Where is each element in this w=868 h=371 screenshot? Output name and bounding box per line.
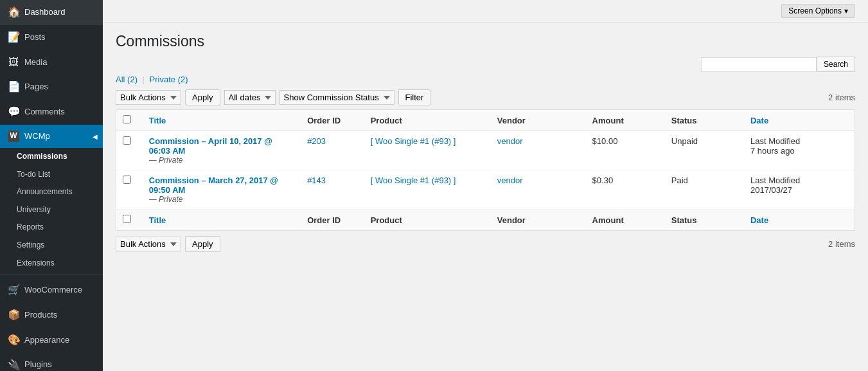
row1-vendor-link[interactable]: vendor [497,136,523,146]
items-count-bottom: 2 items [828,239,855,249]
title-sort-link[interactable]: Title [149,116,166,125]
row2-status-cell: Paid [665,170,744,210]
row2-vendor-cell: vendor [491,170,586,210]
filter-private-link[interactable]: Private (2) [150,75,188,84]
screen-options-button[interactable]: Screen Options ▾ [781,4,855,18]
table-footer-header-row: Title Order ID Product Vendor Amount Sta… [116,210,855,231]
filter-button[interactable]: Filter [398,89,431,105]
date-sort-link-bottom[interactable]: Date [750,215,768,225]
sidebar-item-media[interactable]: 🖼 Media [0,50,103,75]
row1-title-link[interactable]: Commission – April 10, 2017 @ 06:03 AM [149,136,272,156]
col-header-amount: Amount [586,110,665,131]
extensions-label: Extensions [17,258,55,269]
date-sort-link[interactable]: Date [750,116,768,125]
filter-all-link[interactable]: All (2) [116,75,140,84]
table-row: Commission – April 10, 2017 @ 06:03 AM —… [116,131,855,170]
col-footer-order: Order ID [301,210,364,231]
col-footer-title: Title [143,210,301,231]
search-input[interactable] [701,57,817,72]
sidebar-item-extensions[interactable]: Extensions [9,255,103,273]
row2-product-link[interactable]: [ Woo Single #1 (#93) ] [371,176,456,185]
sidebar-item-label: Posts [24,32,46,43]
apply-button-bottom[interactable]: Apply [185,236,220,252]
sidebar-item-settings[interactable]: Settings [9,237,103,255]
search-button[interactable]: Search [817,57,855,72]
commissions-table: Title Order ID Product Vendor Amount Sta… [116,109,855,231]
row1-order-cell: #203 [301,131,364,170]
row2-private-label: — Private [149,195,294,204]
col-header-order: Order ID [301,110,364,131]
select-all-checkbox-bottom[interactable] [123,215,131,223]
row2-title-link[interactable]: Commission – March 27, 2017 @ 09:50 AM [149,176,278,195]
items-count-top: 2 items [828,93,855,102]
commission-status-select[interactable]: Show Commission Status Paid Unpaid [279,90,394,105]
sidebar-item-label: WCMp [24,131,50,142]
sidebar-item-posts[interactable]: 📝 Posts [0,25,103,50]
announcements-label: Announcements [17,187,73,197]
row1-order-link[interactable]: #203 [307,136,326,146]
posts-icon: 📝 [8,31,19,44]
row2-date-label: Last Modified [750,176,800,185]
sidebar-item-wcmp[interactable]: W WCMp ◀ [0,125,103,148]
commissions-label: Commissions [17,152,67,162]
media-icon: 🖼 [8,56,19,69]
sidebar-item-appearance[interactable]: 🎨 Appearance [0,328,103,353]
row2-order-link[interactable]: #143 [307,176,326,185]
col-header-date: Date [744,110,855,131]
bulk-actions-select-top[interactable]: Bulk Actions Delete [116,90,181,105]
toolbar-left: Bulk Actions Delete Apply All dates Show… [116,89,430,105]
sidebar-item-plugins[interactable]: 🔌 Plugins [0,353,103,371]
appearance-label: Appearance [24,335,69,346]
row1-private-label: — Private [149,156,294,165]
sidebar-item-woocommerce[interactable]: 🛒 WooCommerce [0,278,103,303]
settings-label: Settings [17,240,44,251]
sidebar-item-announcements[interactable]: Announcements [9,183,103,201]
bulk-actions-select-bottom[interactable]: Bulk Actions Delete [116,237,181,251]
sidebar-item-todo[interactable]: To-do List [9,166,103,184]
todo-label: To-do List [17,170,50,180]
sidebar-item-commissions[interactable]: Commissions [9,148,103,166]
row2-vendor-link[interactable]: vendor [497,176,523,185]
row2-product-cell: [ Woo Single #1 (#93) ] [364,170,491,210]
woocommerce-label: WooCommerce [24,285,82,296]
row1-product-cell: [ Woo Single #1 (#93) ] [364,131,491,170]
appearance-icon: 🎨 [8,334,19,347]
col-header-title: Title [143,110,301,131]
plugins-label: Plugins [24,359,52,370]
row1-vendor-cell: vendor [491,131,586,170]
table-header-row: Title Order ID Product Vendor Amount Sta… [116,110,855,131]
select-all-checkbox-top[interactable] [123,115,131,123]
row1-amount-cell: $10.00 [586,131,665,170]
row1-checkbox[interactable] [123,136,131,145]
sidebar-item-products[interactable]: 📦 Products [0,303,103,328]
sidebar-item-dashboard[interactable]: 🏠 Dashboard [0,0,103,25]
sidebar-item-label: Dashboard [24,7,66,18]
plugins-icon: 🔌 [8,359,19,371]
sidebar-item-reports[interactable]: Reports [9,219,103,237]
products-label: Products [24,310,57,321]
row2-checkbox[interactable] [123,176,131,184]
all-dates-select[interactable]: All dates [224,90,276,105]
content-area: Commissions Search All (2) | Private (2)… [103,23,868,262]
col-footer-date: Date [744,210,855,231]
bottom-toolbar: Bulk Actions Delete Apply 2 items [116,236,855,252]
row1-date-label: Last Modified [750,136,800,146]
wcmp-expand-arrow: ◀ [93,132,98,140]
col-footer-amount: Amount [586,210,665,231]
bottom-toolbar-left: Bulk Actions Delete Apply [116,236,220,252]
table-row: Commission – March 27, 2017 @ 09:50 AM —… [116,170,855,210]
filter-sep: | [143,75,145,84]
sidebar-item-pages[interactable]: 📄 Pages [0,75,103,100]
row2-date-cell: Last Modified 2017/03/27 [744,170,855,210]
filter-links: All (2) | Private (2) [116,75,855,84]
apply-button-top[interactable]: Apply [185,89,220,105]
row1-check-cell [116,131,143,170]
comments-icon: 💬 [8,105,19,119]
sidebar-item-label: Media [24,57,47,68]
row1-product-link[interactable]: [ Woo Single #1 (#93) ] [371,136,456,146]
university-label: University [17,205,51,215]
title-sort-link-bottom[interactable]: Title [149,215,166,225]
col-header-product: Product [364,110,491,131]
sidebar-item-university[interactable]: University [9,201,103,219]
sidebar-item-comments[interactable]: 💬 Comments [0,100,103,125]
